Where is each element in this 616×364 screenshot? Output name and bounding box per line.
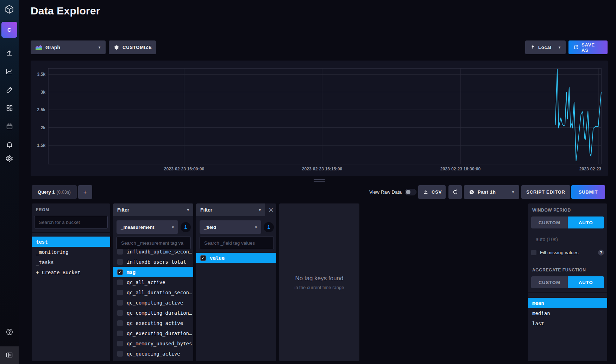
clock-icon — [469, 189, 474, 195]
empty-state-subtitle: in the current time range — [295, 285, 344, 290]
list-item-label: median — [532, 310, 550, 316]
filter-type-dropdown[interactable]: Filter ▾ — [113, 203, 193, 216]
sidebar-item-alerts[interactable] — [0, 140, 19, 149]
window-auto-button[interactable]: AUTO — [568, 216, 604, 228]
view-raw-data-toggle[interactable] — [405, 189, 416, 195]
query-tab[interactable]: Query 1 (0.03s) — [32, 185, 77, 199]
checkbox[interactable] — [117, 310, 123, 316]
org-avatar[interactable]: C — [1, 22, 17, 38]
bucket-search-input[interactable]: Search for a bucket — [34, 216, 108, 228]
submit-button[interactable]: SUBMIT — [571, 185, 605, 199]
checkbox[interactable]: ✓ — [200, 255, 206, 261]
resize-handle[interactable] — [314, 181, 325, 182]
checkbox[interactable] — [117, 249, 123, 255]
list-item[interactable]: qc_all_active — [113, 277, 193, 287]
list-item-label: _tasks — [36, 259, 54, 265]
list-item[interactable]: qc_compiling_active — [113, 297, 193, 308]
checkbox[interactable] — [117, 290, 123, 295]
list-item[interactable]: influxdb_users_total — [113, 257, 193, 267]
field-search-input[interactable]: Search _field tag values — [200, 237, 274, 249]
list-item[interactable]: qc_executing_duration… — [113, 328, 193, 338]
field-list: ✓value — [196, 253, 276, 361]
save-as-button[interactable]: SAVE AS — [568, 40, 608, 54]
list-item[interactable]: test — [32, 237, 110, 247]
script-editor-button[interactable]: SCRIPT EDITOR — [521, 185, 570, 199]
csv-download-button[interactable]: CSV — [418, 185, 446, 199]
checkbox[interactable] — [117, 280, 123, 285]
download-icon — [423, 189, 428, 195]
list-item[interactable]: qc_executing_active — [113, 318, 193, 328]
collapse-nav-button[interactable] — [0, 350, 19, 359]
checkbox[interactable] — [117, 259, 123, 265]
aggregate-custom-button[interactable]: CUSTOM — [531, 276, 568, 288]
time-range-label: Past 1h — [478, 189, 496, 195]
measurement-list: influxdb_uptime_secon…influxdb_users_tot… — [113, 249, 193, 361]
measurement-search-input[interactable]: Search _measurement tag va — [117, 237, 191, 249]
list-item-label: qc_compiling_active — [127, 300, 183, 306]
time-range-dropdown[interactable]: Past 1h ▾ — [464, 185, 519, 199]
sidebar-item-tasks[interactable] — [0, 122, 19, 131]
influxdb-logo[interactable] — [0, 3, 19, 15]
list-item-label: qc_all_active — [127, 280, 165, 285]
window-period-segmented: CUSTOM AUTO — [531, 216, 604, 228]
fill-help-badge[interactable]: ? — [598, 250, 604, 256]
svg-text:3.5k: 3.5k — [37, 72, 45, 77]
list-item[interactable]: qc_all_duration_secon… — [113, 287, 193, 297]
add-query-button[interactable]: + — [78, 185, 92, 199]
close-filter-icon[interactable]: × — [268, 206, 274, 213]
checkbox[interactable] — [117, 320, 123, 326]
list-item[interactable]: + Create Bucket — [32, 267, 110, 277]
resize-handle[interactable] — [314, 179, 325, 180]
list-item[interactable]: qc_queueing_active — [113, 349, 193, 359]
list-item[interactable]: last — [528, 318, 607, 328]
query-tab-label: Query 1 — [38, 189, 55, 195]
customize-button[interactable]: CUSTOMIZE — [109, 40, 156, 54]
window-period-panel: WINDOW PERIOD CUSTOM AUTO auto (10s) Fil… — [528, 203, 607, 361]
time-series-chart[interactable]: 3.5k3k2.5k2k1.5k2023-02-23 16:00:002023-… — [31, 61, 608, 176]
refresh-button[interactable] — [448, 185, 462, 199]
view-type-label: Graph — [45, 45, 60, 50]
list-item[interactable]: qc_compiling_duration… — [113, 308, 193, 318]
area-chart-icon — [36, 45, 42, 50]
chevron-down-icon: ▾ — [172, 225, 174, 230]
view-type-dropdown[interactable]: Graph ▾ — [31, 40, 106, 54]
help-button[interactable] — [0, 327, 19, 337]
checkbox[interactable] — [117, 331, 123, 336]
aggregate-auto-button[interactable]: AUTO — [568, 276, 604, 288]
sidebar-item-settings[interactable] — [0, 154, 19, 163]
filter-type-dropdown[interactable]: Filter ▾ — [196, 203, 265, 216]
sidebar-item-data-explorer[interactable] — [0, 67, 19, 76]
svg-text:2023-02-23 16:15:00: 2023-02-23 16:15:00 — [302, 167, 342, 171]
sidebar-item-notebooks[interactable] — [0, 85, 19, 94]
graph-icon — [5, 68, 13, 76]
customize-label: CUSTOMIZE — [122, 45, 152, 50]
list-item[interactable]: influxdb_uptime_secon… — [113, 249, 193, 257]
local-dropdown[interactable]: Local ▾ — [525, 40, 566, 54]
field-key-dropdown[interactable]: _field ▾ — [200, 220, 261, 234]
filter-header-label: Filter — [200, 207, 212, 213]
checkbox[interactable] — [117, 300, 123, 306]
list-item[interactable]: _monitoring — [32, 247, 110, 257]
sidebar-item-upload[interactable] — [0, 49, 19, 58]
window-custom-button[interactable]: CUSTOM — [531, 216, 568, 228]
collapse-panel-icon — [6, 351, 13, 359]
list-item[interactable]: mean — [528, 298, 607, 308]
measurement-key-dropdown[interactable]: _measurement ▾ — [117, 220, 178, 234]
sidebar-item-dashboards[interactable] — [0, 103, 19, 113]
query-duration: (0.03s) — [56, 189, 70, 195]
from-panel: FROM Search for a bucket test_monitoring… — [32, 203, 110, 361]
tag-keys-panel: No tag keys found in the current time ra… — [279, 203, 359, 361]
list-item[interactable]: ✓msg — [113, 267, 193, 277]
checkbox[interactable] — [117, 351, 123, 357]
checkbox[interactable]: ✓ — [117, 269, 123, 275]
list-item[interactable]: median — [528, 308, 607, 318]
list-item-label: value — [210, 255, 225, 261]
pencil-icon — [6, 86, 13, 94]
list-item[interactable]: qc_memory_unused_bytes — [113, 338, 193, 349]
list-item[interactable]: ✓value — [196, 253, 276, 263]
fill-missing-label: Fill missing values — [540, 250, 579, 255]
checkbox[interactable] — [117, 341, 123, 346]
fill-missing-checkbox[interactable] — [531, 250, 536, 255]
upload-icon — [5, 49, 13, 57]
list-item[interactable]: _tasks — [32, 257, 110, 267]
